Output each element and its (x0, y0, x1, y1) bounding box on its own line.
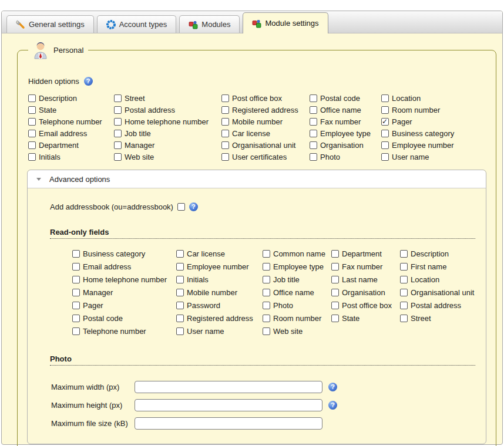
checkbox-item-photo[interactable]: Photo (310, 153, 381, 161)
checkbox-item-room-number[interactable]: Room number (381, 106, 489, 114)
checkbox-item-organisational-unit[interactable]: Organisational unit (400, 288, 474, 297)
checkbox-post-office-box[interactable] (221, 94, 229, 102)
checkbox-item-password[interactable]: Password (176, 301, 263, 310)
checkbox-telephone-number[interactable] (28, 118, 36, 126)
checkbox-fax-number[interactable] (331, 263, 339, 271)
checkbox-street[interactable] (114, 94, 122, 102)
checkbox-pager[interactable] (72, 302, 80, 309)
checkbox-item-employee-type[interactable]: Employee type (263, 262, 331, 271)
checkbox-item-home-telephone-number[interactable]: Home telephone number (114, 117, 221, 126)
checkbox-pager[interactable] (381, 118, 389, 126)
checkbox-password[interactable] (176, 302, 184, 309)
checkbox-item-fax-number[interactable]: Fax number (310, 117, 381, 126)
checkbox-telephone-number[interactable] (72, 327, 80, 335)
checkbox-email-address[interactable] (72, 263, 80, 271)
checkbox-description[interactable] (400, 250, 408, 258)
checkbox-item-organisational-unit[interactable]: Organisational unit (221, 141, 310, 150)
checkbox-item-department[interactable]: Department (28, 141, 114, 150)
checkbox-item-photo[interactable]: Photo (263, 301, 331, 310)
checkbox-location[interactable] (381, 94, 389, 102)
checkbox-item-office-name[interactable]: Office name (310, 106, 381, 114)
checkbox-item-postal-code[interactable]: Postal code (310, 94, 381, 103)
checkbox-room-number[interactable] (381, 106, 389, 114)
checkbox-item-initials[interactable]: Initials (28, 153, 114, 161)
checkbox-manager[interactable] (114, 141, 122, 149)
checkbox-item-web-site[interactable]: Web site (263, 327, 331, 336)
checkbox-common-name[interactable] (263, 250, 270, 258)
help-icon[interactable]: ? (84, 77, 93, 86)
checkbox-location[interactable] (400, 276, 408, 283)
checkbox-item-pager[interactable]: Pager (381, 117, 489, 126)
checkbox-employee-number[interactable] (176, 263, 184, 271)
checkbox-department[interactable] (331, 250, 339, 258)
checkbox-item-business-category[interactable]: Business category (72, 249, 176, 258)
checkbox-item-location[interactable]: Location (381, 94, 489, 103)
checkbox-item-employee-type[interactable]: Employee type (310, 129, 381, 138)
maximum-height-px-input[interactable] (135, 399, 322, 411)
tab-account-types[interactable]: Account types (97, 15, 177, 33)
checkbox-description[interactable] (28, 94, 36, 102)
checkbox-organisational-unit[interactable] (400, 289, 408, 296)
checkbox-registered-address[interactable] (221, 106, 229, 114)
checkbox-item-web-site[interactable]: Web site (114, 153, 221, 161)
checkbox-item-car-license[interactable]: Car license (221, 129, 310, 138)
checkbox-street[interactable] (400, 315, 408, 322)
checkbox-item-organisation[interactable]: Organisation (310, 141, 381, 150)
checkbox-employee-type[interactable] (310, 130, 317, 137)
checkbox-user-name[interactable] (381, 153, 389, 161)
checkbox-post-office-box[interactable] (331, 302, 339, 309)
checkbox-item-user-name[interactable]: User name (381, 153, 489, 161)
checkbox-item-registered-address[interactable]: Registered address (176, 314, 263, 323)
checkbox-item-email-address[interactable]: Email address (28, 129, 114, 138)
checkbox-web-site[interactable] (263, 327, 270, 335)
checkbox-item-location[interactable]: Location (400, 275, 474, 284)
checkbox-item-registered-address[interactable]: Registered address (221, 106, 310, 114)
checkbox-item-common-name[interactable]: Common name (263, 249, 331, 258)
checkbox-item-postal-code[interactable]: Postal code (72, 314, 176, 323)
checkbox-item-office-name[interactable]: Office name (263, 288, 331, 297)
maximum-file-size-kb-input[interactable] (135, 417, 322, 430)
checkbox-office-name[interactable] (263, 289, 270, 296)
help-icon[interactable]: ? (328, 383, 337, 391)
checkbox-item-employee-number[interactable]: Employee number (381, 141, 489, 150)
checkbox-organisation[interactable] (331, 289, 339, 296)
tab-module-settings[interactable]: Module settings (243, 12, 328, 33)
help-icon[interactable]: ? (189, 202, 198, 211)
checkbox-item-state[interactable]: State (331, 314, 400, 323)
checkbox-car-license[interactable] (176, 250, 184, 258)
checkbox-item-home-telephone-number[interactable]: Home telephone number (72, 275, 176, 284)
checkbox-state[interactable] (28, 106, 36, 114)
checkbox-item-job-title[interactable]: Job title (114, 129, 221, 138)
addressbook-checkbox[interactable] (177, 203, 185, 211)
checkbox-mobile-number[interactable] (221, 118, 229, 126)
checkbox-item-job-title[interactable]: Job title (263, 275, 331, 284)
checkbox-employee-number[interactable] (381, 141, 389, 149)
checkbox-item-telephone-number[interactable]: Telephone number (28, 117, 114, 126)
tab-modules[interactable]: Modules (179, 15, 240, 33)
maximum-width-px-input[interactable] (135, 381, 322, 393)
checkbox-postal-code[interactable] (310, 94, 317, 102)
checkbox-item-state[interactable]: State (28, 106, 114, 114)
checkbox-job-title[interactable] (114, 130, 122, 137)
checkbox-item-mobile-number[interactable]: Mobile number (176, 288, 263, 297)
checkbox-item-manager[interactable]: Manager (114, 141, 221, 150)
checkbox-registered-address[interactable] (176, 315, 184, 322)
checkbox-item-user-name[interactable]: User name (176, 327, 263, 336)
checkbox-item-business-category[interactable]: Business category (381, 129, 489, 138)
checkbox-item-first-name[interactable]: First name (400, 262, 474, 271)
checkbox-item-post-office-box[interactable]: Post office box (331, 301, 400, 310)
checkbox-item-organisation[interactable]: Organisation (331, 288, 400, 297)
checkbox-item-description[interactable]: Description (400, 249, 474, 258)
advanced-options-header[interactable]: Advanced options (28, 170, 486, 188)
checkbox-item-department[interactable]: Department (331, 249, 400, 258)
checkbox-photo[interactable] (310, 153, 317, 161)
checkbox-item-initials[interactable]: Initials (176, 275, 263, 284)
checkbox-web-site[interactable] (114, 153, 122, 161)
checkbox-postal-address[interactable] (114, 106, 122, 114)
checkbox-item-manager[interactable]: Manager (72, 288, 176, 297)
checkbox-initials[interactable] (176, 276, 184, 283)
checkbox-car-license[interactable] (221, 130, 229, 137)
checkbox-item-telephone-number[interactable]: Telephone number (72, 327, 176, 336)
help-icon[interactable]: ? (328, 401, 337, 410)
checkbox-item-description[interactable]: Description (28, 94, 114, 103)
